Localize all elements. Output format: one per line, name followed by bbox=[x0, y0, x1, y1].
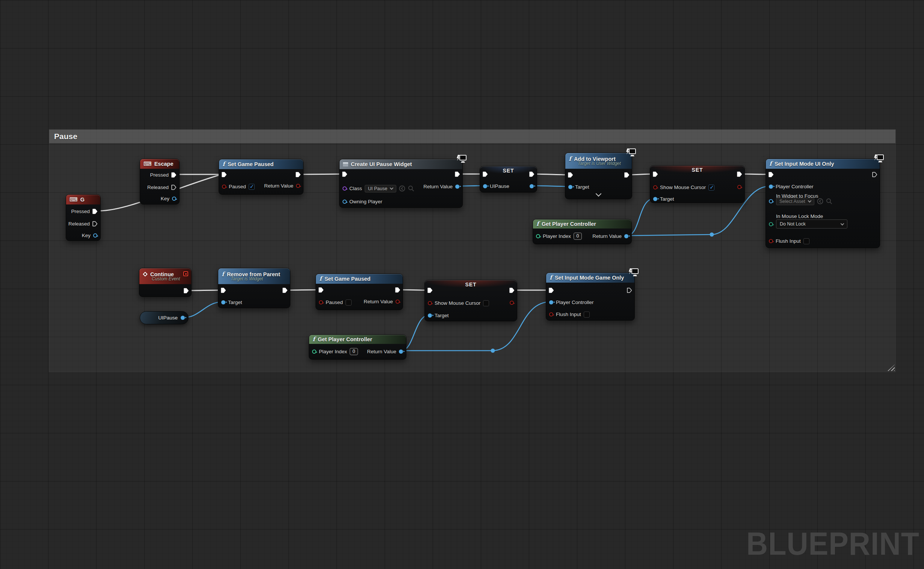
player-index-pin[interactable] bbox=[312, 350, 316, 354]
return-value-pin[interactable] bbox=[296, 184, 300, 188]
return-value-pin[interactable] bbox=[455, 184, 460, 189]
exec-in[interactable] bbox=[548, 288, 554, 293]
in-widget-to-focus-pin[interactable] bbox=[769, 199, 773, 203]
show-mouse-cursor-in-pin[interactable] bbox=[653, 185, 657, 189]
blueprint-graph-canvas[interactable]: BLUEPRINT Pause ⌨ G Pr bbox=[0, 0, 924, 569]
node-continue-custom-event[interactable]: Continue Custom Event bbox=[139, 268, 191, 297]
exec-in[interactable] bbox=[482, 171, 488, 177]
exec-in[interactable] bbox=[427, 288, 433, 293]
node-header: Continue Custom Event bbox=[140, 268, 191, 284]
node-header: f Set Game Paused bbox=[219, 159, 303, 169]
node-set-show-mouse-cursor-bottom[interactable]: SET Show Mouse Cursor Target bbox=[425, 280, 517, 321]
comment-header[interactable]: Pause bbox=[49, 130, 895, 143]
use-selected-asset-icon[interactable] bbox=[399, 185, 405, 192]
target-pin[interactable] bbox=[568, 185, 572, 189]
exec-in[interactable] bbox=[221, 172, 227, 177]
exec-out[interactable] bbox=[624, 172, 630, 178]
node-set-input-mode-game-only[interactable]: f Set Input Mode Game Only Player Contro… bbox=[546, 272, 635, 321]
player-controller-pin[interactable] bbox=[549, 300, 553, 304]
pin-label-return-value: Return Value bbox=[423, 184, 453, 189]
node-uipause-variable-get[interactable]: UIPause bbox=[140, 311, 188, 324]
node-set-game-paused-top[interactable]: f Set Game Paused Paused Return Value bbox=[218, 159, 303, 195]
exec-out[interactable] bbox=[455, 171, 460, 177]
use-selected-asset-icon[interactable] bbox=[817, 198, 823, 204]
paused-checkbox[interactable] bbox=[346, 300, 352, 306]
exec-in[interactable] bbox=[768, 172, 774, 177]
key-pin[interactable] bbox=[93, 233, 97, 237]
show-mouse-cursor-out-pin[interactable] bbox=[737, 185, 742, 189]
exec-in[interactable] bbox=[220, 288, 226, 293]
player-index-input[interactable]: 0 bbox=[350, 348, 358, 355]
exec-out[interactable] bbox=[737, 171, 742, 177]
flush-input-pin[interactable] bbox=[549, 312, 553, 316]
node-set-show-mouse-cursor-top[interactable]: SET Show Mouse Cursor Target bbox=[650, 165, 745, 203]
paused-pin[interactable] bbox=[319, 300, 323, 304]
exec-out[interactable] bbox=[509, 288, 514, 293]
node-set-input-mode-ui-only[interactable]: f Set Input Mode UI Only Player Controll… bbox=[766, 158, 880, 248]
node-get-player-controller-bottom[interactable]: f Get Player Controller Player Index 0 R… bbox=[309, 335, 407, 360]
exec-out[interactable] bbox=[395, 287, 401, 293]
node-title: Set Input Mode UI Only bbox=[774, 161, 834, 167]
viewport-widget-icon bbox=[456, 154, 467, 164]
node-key-event-escape[interactable]: ⌨ Escape Pressed Released Key bbox=[140, 158, 179, 204]
node-get-player-controller-top[interactable]: f Get Player Controller Player Index 0 R… bbox=[533, 219, 632, 244]
return-value-pin[interactable] bbox=[624, 234, 628, 238]
target-pin[interactable] bbox=[653, 197, 657, 201]
player-index-input[interactable]: 0 bbox=[574, 233, 582, 240]
node-create-ui-pause-widget[interactable]: Create UI Pause Widget Class UI Pause Re… bbox=[339, 159, 463, 208]
in-mouse-lock-mode-pin[interactable] bbox=[769, 222, 773, 226]
exec-in[interactable] bbox=[567, 172, 573, 178]
owning-player-pin[interactable] bbox=[343, 199, 347, 204]
return-value-pin[interactable] bbox=[396, 300, 400, 304]
node-add-to-viewport[interactable]: f Add to Viewport Target is User Widget … bbox=[565, 152, 632, 199]
node-title: Set Game Paused bbox=[228, 161, 274, 167]
browse-asset-icon[interactable] bbox=[826, 198, 832, 204]
exec-out[interactable] bbox=[872, 172, 877, 177]
player-index-pin[interactable] bbox=[536, 234, 540, 238]
mouse-lock-mode-dropdown[interactable]: Do Not Lock bbox=[776, 219, 847, 228]
exec-out[interactable] bbox=[627, 288, 632, 293]
uipause-out-pin[interactable] bbox=[530, 184, 534, 188]
browse-asset-icon[interactable] bbox=[408, 185, 414, 192]
player-controller-pin[interactable] bbox=[769, 184, 773, 189]
exec-out-pressed[interactable] bbox=[92, 208, 98, 214]
node-set-game-paused-bottom[interactable]: f Set Game Paused Paused Return Value bbox=[316, 274, 403, 310]
expand-node-chevron-icon[interactable] bbox=[595, 191, 601, 197]
exec-out-released[interactable] bbox=[92, 221, 98, 227]
show-mouse-cursor-checkbox[interactable] bbox=[483, 300, 489, 306]
flush-input-checkbox[interactable] bbox=[803, 238, 809, 244]
class-pin[interactable] bbox=[343, 186, 347, 190]
exec-out-pressed[interactable] bbox=[171, 172, 176, 178]
variable-out-pin[interactable] bbox=[181, 316, 185, 320]
exec-in[interactable] bbox=[318, 287, 324, 293]
flush-input-checkbox[interactable] bbox=[584, 312, 590, 318]
exec-out-released[interactable] bbox=[171, 184, 176, 190]
key-pin[interactable] bbox=[172, 196, 176, 201]
chevron-down-icon bbox=[390, 186, 394, 190]
target-pin[interactable] bbox=[428, 313, 432, 318]
show-mouse-cursor-in-pin[interactable] bbox=[428, 301, 432, 305]
exec-in[interactable] bbox=[652, 171, 658, 177]
paused-pin[interactable] bbox=[222, 184, 226, 189]
node-key-event-g[interactable]: ⌨ G Pressed Released Key bbox=[66, 194, 101, 241]
class-dropdown[interactable]: UI Pause bbox=[365, 185, 396, 192]
viewport-widget-icon bbox=[873, 154, 884, 164]
return-value-pin[interactable] bbox=[399, 350, 403, 354]
show-mouse-cursor-checkbox[interactable] bbox=[709, 184, 715, 190]
paused-checkbox[interactable] bbox=[249, 184, 255, 190]
exec-out[interactable] bbox=[295, 172, 301, 177]
exec-out[interactable] bbox=[529, 171, 534, 177]
target-pin[interactable] bbox=[221, 300, 225, 304]
exec-in[interactable] bbox=[342, 171, 347, 177]
node-remove-from-parent[interactable]: f Remove from Parent Target is Widget Ta… bbox=[218, 268, 290, 308]
node-set-uipause[interactable]: SET UIPause bbox=[479, 166, 537, 192]
exec-out[interactable] bbox=[183, 288, 189, 294]
uipause-in-pin[interactable] bbox=[483, 184, 487, 188]
pin-label-return-value: Return Value bbox=[364, 299, 393, 304]
widget-to-focus-dropdown[interactable]: Select Asset bbox=[776, 198, 814, 205]
pin-label-key: Key bbox=[161, 196, 169, 201]
exec-out[interactable] bbox=[282, 288, 288, 293]
show-mouse-cursor-out-pin[interactable] bbox=[510, 301, 514, 305]
comment-resize-handle[interactable] bbox=[888, 365, 895, 371]
flush-input-pin[interactable] bbox=[769, 239, 773, 243]
